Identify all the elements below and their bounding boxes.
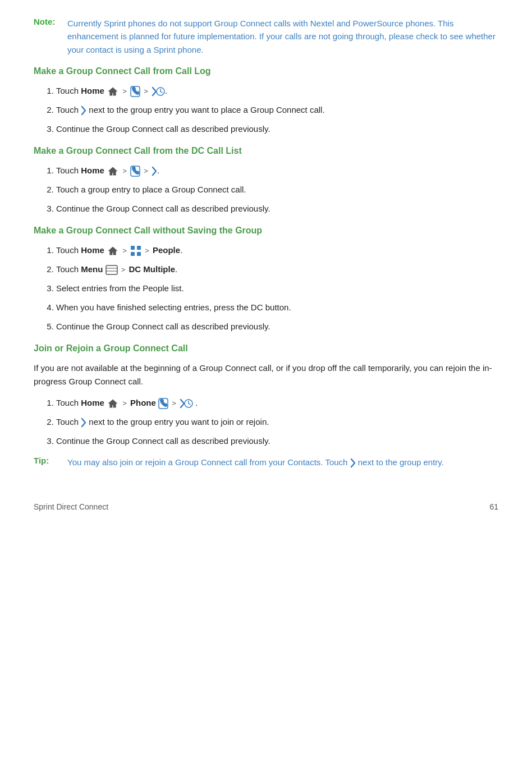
home-icon2 xyxy=(107,166,119,176)
phone-icon3 xyxy=(158,398,168,409)
section4-list: Touch Home > Phone > . Touch next to the… xyxy=(56,396,498,448)
tip-label: Tip: xyxy=(34,456,62,469)
list-item: Touch Menu > DC Multiple. xyxy=(56,263,498,276)
home-icon xyxy=(107,86,119,97)
note-label: Note: xyxy=(34,17,62,56)
section2-list: Touch Home > > . Touch a group entry to … xyxy=(56,164,498,216)
list-item: Continue the Group Connect call as descr… xyxy=(56,320,498,333)
section4-heading: Join or Rejoin a Group Connect Call xyxy=(34,343,498,354)
dc-multiple-label: DC Multiple xyxy=(129,264,175,274)
home-label: Home xyxy=(81,86,104,95)
section2-heading: Make a Group Connect Call from the DC Ca… xyxy=(34,146,498,156)
chevron-icon-tip xyxy=(350,458,356,468)
list-item: Touch Home > > . xyxy=(56,84,498,98)
list-item: Touch a group entry to place a Group Con… xyxy=(56,183,498,196)
list-item: Touch next to the group entry you want t… xyxy=(56,103,498,117)
tip-block: Tip: You may also join or rejoin a Group… xyxy=(34,456,498,469)
list-item: Continue the Group Connect call as descr… xyxy=(56,434,498,448)
note-block: Note: Currently Sprint phones do not sup… xyxy=(34,17,498,56)
phone-text-label: Phone xyxy=(130,398,156,407)
home-label3: Home xyxy=(81,245,104,255)
menu-icon xyxy=(106,265,118,275)
list-item: Continue the Group Connect call as descr… xyxy=(56,122,498,136)
svg-line-13 xyxy=(189,404,190,405)
menu-label: Menu xyxy=(81,264,103,274)
list-item: Touch next to the group entry you want t… xyxy=(56,415,498,429)
footer-left: Sprint Direct Connect xyxy=(34,502,108,511)
footer-right: 61 xyxy=(489,502,498,511)
chevron-icon2 xyxy=(152,166,157,176)
page-footer: Sprint Direct Connect 61 xyxy=(34,502,498,511)
home-icon4 xyxy=(107,398,119,409)
svg-line-10 xyxy=(160,91,162,93)
phone-icon2 xyxy=(130,166,140,177)
grid-icon xyxy=(130,245,141,256)
list-item: Continue the Group Connect call as descr… xyxy=(56,202,498,216)
list-item: Touch Home > Phone > . xyxy=(56,396,498,410)
list-item: Touch Home > > . xyxy=(56,164,498,177)
clock-icon2 xyxy=(184,399,193,408)
home-label2: Home xyxy=(81,166,104,175)
tip-text: You may also join or rejoin a Group Conn… xyxy=(67,456,444,469)
phone-icon xyxy=(130,86,140,97)
clock-icon xyxy=(156,87,165,96)
list-item: Select entries from the People list. xyxy=(56,282,498,295)
section3-heading: Make a Group Connect Call without Saving… xyxy=(34,226,498,236)
list-item: Touch Home > > People. xyxy=(56,244,498,257)
list-item: When you have finished selecting entries… xyxy=(56,301,498,314)
section4-intro: If you are not available at the beginnin… xyxy=(34,361,498,388)
home-icon3 xyxy=(107,246,119,256)
section1-list: Touch Home > > . Touch next to the group… xyxy=(56,84,498,136)
section3-list: Touch Home > > People. Touch Menu > DC M… xyxy=(56,244,498,333)
section1-heading: Make a Group Connect Call from Call Log xyxy=(34,66,498,76)
note-text: Currently Sprint phones do not support G… xyxy=(67,17,498,56)
people-label: People xyxy=(153,245,180,255)
chevron-icon xyxy=(81,106,86,116)
chevron-icon3 xyxy=(81,418,86,428)
home-label4: Home xyxy=(81,398,104,407)
